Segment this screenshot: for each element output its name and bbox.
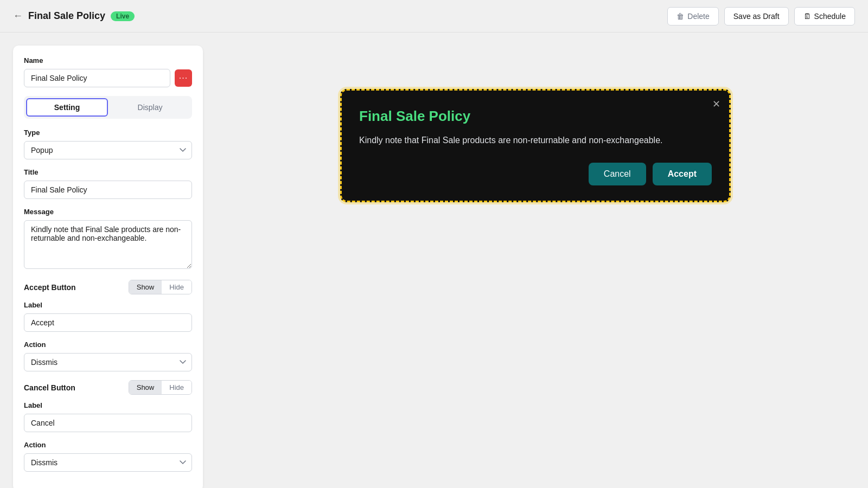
cancel-section-header: Cancel Button Show Hide <box>24 380 192 395</box>
tab-display[interactable]: Display <box>110 98 190 117</box>
preview-area: ✕ Final Sale Policy Kindly note that Fin… <box>216 46 855 488</box>
popup-close-button[interactable]: ✕ <box>712 99 720 109</box>
accept-action-label: Action <box>24 341 192 349</box>
message-textarea[interactable]: Kindly note that Final Sale products are… <box>24 220 192 269</box>
schedule-button[interactable]: 🗓 Schedule <box>794 7 855 25</box>
cancel-label-input[interactable] <box>24 414 192 432</box>
cancel-label-field-label: Label <box>24 401 192 409</box>
type-section: Type Popup Banner Modal <box>24 129 192 159</box>
message-label: Message <box>24 208 192 216</box>
main-content: Name ··· Setting Display Type Popup Bann… <box>0 33 868 488</box>
accept-hide-button[interactable]: Hide <box>162 280 192 294</box>
accept-action-section: Action Dissmis Close Accept <box>24 341 192 371</box>
message-section: Message Kindly note that Final Sale prod… <box>24 208 192 271</box>
trash-icon: 🗑 <box>676 12 684 21</box>
tab-row: Setting Display <box>24 96 192 119</box>
accept-label-field-label: Label <box>24 301 192 309</box>
tab-setting[interactable]: Setting <box>26 98 108 117</box>
popup-accept-button[interactable]: Accept <box>653 163 712 185</box>
name-input[interactable] <box>24 69 170 87</box>
type-label: Type <box>24 129 192 137</box>
accept-label-input[interactable] <box>24 313 192 332</box>
back-button[interactable]: ← <box>13 10 23 22</box>
accept-toggle-group: Show Hide <box>129 280 192 294</box>
accept-show-button[interactable]: Show <box>129 280 162 294</box>
cancel-action-label: Action <box>24 441 192 449</box>
accept-button-section: Accept Button Show Hide Label Action Dis… <box>24 280 192 371</box>
cancel-label-section: Label <box>24 401 192 432</box>
page-title: Final Sale Policy <box>28 10 105 22</box>
title-section: Title <box>24 168 192 199</box>
left-panel: Name ··· Setting Display Type Popup Bann… <box>13 46 203 488</box>
cancel-action-section: Action Dissmis Close Cancel <box>24 441 192 472</box>
accept-section-title: Accept Button <box>24 283 76 292</box>
save-draft-button[interactable]: Save as Draft <box>724 7 789 25</box>
cancel-toggle-group: Show Hide <box>129 380 192 395</box>
top-header: ← Final Sale Policy Live 🗑 Delete Save a… <box>0 0 868 33</box>
schedule-icon: 🗓 <box>803 12 811 21</box>
delete-button[interactable]: 🗑 Delete <box>667 7 718 25</box>
dots-button[interactable]: ··· <box>175 69 192 87</box>
title-input[interactable] <box>24 181 192 199</box>
accept-action-select[interactable]: Dissmis Close Accept <box>24 353 192 371</box>
name-row: ··· <box>24 69 192 87</box>
title-label: Title <box>24 168 192 176</box>
cancel-section-title: Cancel Button <box>24 383 75 392</box>
popup-cancel-button[interactable]: Cancel <box>589 163 646 185</box>
header-right: 🗑 Delete Save as Draft 🗓 Schedule <box>667 7 855 25</box>
type-select[interactable]: Popup Banner Modal <box>24 141 192 159</box>
accept-label-section: Label <box>24 301 192 332</box>
popup-preview-title: Final Sale Policy <box>359 108 712 125</box>
accept-section-header: Accept Button Show Hide <box>24 280 192 294</box>
schedule-label: Schedule <box>814 12 846 21</box>
name-label: Name <box>24 56 192 65</box>
popup-preview-message: Kindly note that Final Sale products are… <box>359 133 712 147</box>
cancel-button-section: Cancel Button Show Hide Label Action Dis… <box>24 380 192 472</box>
delete-label: Delete <box>687 12 709 21</box>
popup-preview: ✕ Final Sale Policy Kindly note that Fin… <box>340 89 731 202</box>
status-badge: Live <box>111 11 135 21</box>
cancel-action-select[interactable]: Dissmis Close Cancel <box>24 453 192 472</box>
popup-actions: Cancel Accept <box>359 163 712 185</box>
cancel-hide-button[interactable]: Hide <box>162 381 192 394</box>
name-section: Name ··· <box>24 56 192 87</box>
header-left: ← Final Sale Policy Live <box>13 10 135 22</box>
cancel-show-button[interactable]: Show <box>129 381 162 394</box>
